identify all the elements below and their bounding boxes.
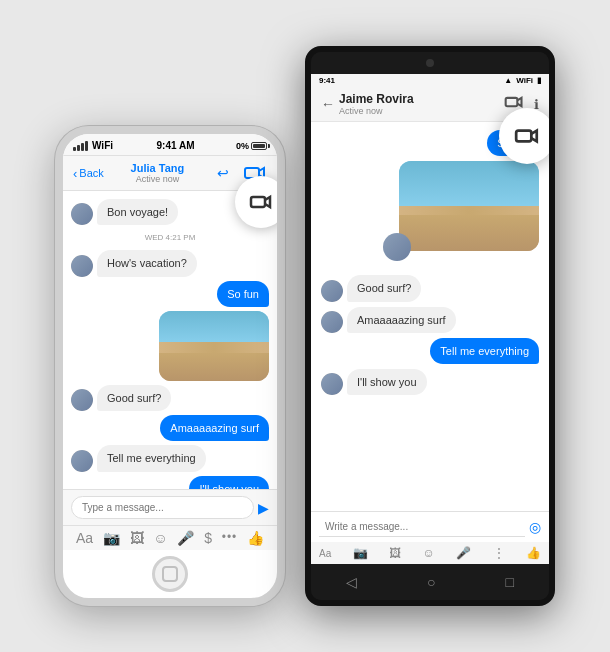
message-row: Good surf? <box>71 385 269 411</box>
android-status-icons: ▲ WiFi ▮ <box>504 76 541 85</box>
android-messages-area: So fun Goo <box>311 122 549 511</box>
image-bubble <box>159 311 269 381</box>
image-bubble-android <box>399 161 539 251</box>
avatar <box>71 389 93 411</box>
camera-icon-android[interactable]: 📷 <box>353 546 368 560</box>
mic-icon[interactable]: 🎤 <box>177 530 194 546</box>
like-icon-android[interactable]: 👍 <box>526 546 541 560</box>
message-row: Amaaaaazing surf <box>321 307 539 333</box>
active-status: Active now <box>131 174 185 184</box>
iphone-status-bar: WiFi 9:41 AM 0% <box>63 134 277 156</box>
avatar <box>321 373 343 395</box>
message-bubble: I'll show you <box>347 369 427 395</box>
battery-pct: 0% <box>236 141 249 151</box>
android-contact-name[interactable]: Jaime Rovira <box>339 92 414 106</box>
signal-bar-3 <box>81 143 84 151</box>
input-row: ▶ <box>71 496 269 519</box>
android-video-icon-floating[interactable] <box>499 108 549 164</box>
message-bubble: So fun <box>217 281 269 307</box>
home-nav-button[interactable]: ○ <box>427 574 435 590</box>
send-icon[interactable]: ▶ <box>258 500 269 516</box>
back-chevron-icon: ‹ <box>73 166 77 181</box>
back-arrow-icon[interactable]: ← <box>321 96 335 112</box>
iphone-messages-area: Bon voyage! WED 4:21 PM How's vacation? … <box>63 191 277 489</box>
message-row: Good surf? <box>321 275 539 301</box>
message-row: Tell me everything <box>71 445 269 471</box>
android-image-container <box>399 161 539 251</box>
android-device: 9:41 ▲ WiFi ▮ ← Jaime Rovira Active now <box>305 46 555 606</box>
android-status-bar: 9:41 ▲ WiFi ▮ <box>311 74 549 87</box>
like-icon[interactable]: 👍 <box>247 530 264 546</box>
battery-fill <box>253 144 265 148</box>
back-button[interactable]: Back <box>79 167 103 179</box>
android-toolbar: Aa 📷 🖼 ☺ 🎤 ⋮ 👍 <box>311 542 549 564</box>
image-message-row <box>321 161 539 251</box>
dollar-icon[interactable]: $ <box>204 530 212 546</box>
contact-name[interactable]: Julia Tang <box>131 162 185 174</box>
message-row: I'll show you <box>321 369 539 395</box>
image-icon-android[interactable]: 🖼 <box>389 546 401 560</box>
android-bottom-nav: ◁ ○ □ <box>311 564 549 600</box>
android-contact-info: Jaime Rovira Active now <box>339 92 414 116</box>
message-bubble: Tell me everything <box>97 445 206 471</box>
signal-bar-4 <box>85 141 88 151</box>
iphone-status-right: 0% <box>236 141 267 151</box>
message-row: So fun <box>71 281 269 307</box>
more-icon-android[interactable]: ⋮ <box>493 546 505 560</box>
message-bubble: Amaaaaazing surf <box>160 415 269 441</box>
message-bubble: How's vacation? <box>97 250 197 276</box>
signal-bars <box>73 141 88 151</box>
iphone-toolbar: Aa 📷 🖼 ☺ 🎤 $ ••• 👍 <box>63 525 277 550</box>
iphone-device: WiFi 9:41 AM 0% ‹ Back Julia Tang Active… <box>55 126 285 606</box>
aa-button-android[interactable]: Aa <box>319 548 331 559</box>
back-nav-button[interactable]: ◁ <box>346 574 357 590</box>
message-bubble: Tell me everything <box>430 338 539 364</box>
recents-nav-button[interactable]: □ <box>506 574 514 590</box>
iphone-time: 9:41 AM <box>157 140 195 151</box>
message-input[interactable] <box>71 496 254 519</box>
home-button[interactable] <box>152 556 188 592</box>
android-input-row: ◎ <box>311 511 549 542</box>
message-row: How's vacation? <box>71 250 269 276</box>
mic-icon-android[interactable]: 🎤 <box>456 546 471 560</box>
android-camera-bar <box>311 52 549 74</box>
camera-dot <box>426 59 434 67</box>
avatar <box>71 203 93 225</box>
message-bubble: I'll show you <box>189 476 269 489</box>
avatar <box>321 311 343 333</box>
svg-rect-3 <box>516 131 531 142</box>
sky <box>399 161 539 206</box>
iphone-nav-center: Julia Tang Active now <box>131 162 185 184</box>
message-row: I'll show you <box>71 476 269 489</box>
more-icon[interactable]: ••• <box>222 530 238 546</box>
image-icon[interactable]: 🖼 <box>130 530 144 546</box>
android-send-icon[interactable]: ◎ <box>529 519 541 535</box>
camera-icon[interactable]: 📷 <box>103 530 120 546</box>
emoji-icon[interactable]: ☺ <box>153 530 167 546</box>
home-button-inner <box>162 566 178 582</box>
spacer <box>321 256 539 270</box>
iphone-nav-left[interactable]: ‹ Back <box>73 166 104 181</box>
message-bubble: Bon voyage! <box>97 199 178 225</box>
date-divider: WED 4:21 PM <box>71 233 269 242</box>
android-active-status: Active now <box>339 106 414 116</box>
horizon <box>159 342 269 353</box>
message-bubble: Amaaaaazing surf <box>347 307 456 333</box>
phone-icon[interactable]: ↩ <box>211 161 235 185</box>
video-icon-floating[interactable] <box>235 176 285 228</box>
sand <box>399 215 539 251</box>
avatar <box>321 280 343 302</box>
avatar <box>71 255 93 277</box>
android-message-input[interactable] <box>319 517 525 537</box>
avatar <box>71 450 93 472</box>
sky <box>159 311 269 343</box>
signal-bar-1 <box>73 147 76 151</box>
signal-icon: ▲ <box>504 76 512 85</box>
sand <box>159 353 269 381</box>
scene: WiFi 9:41 AM 0% ‹ Back Julia Tang Active… <box>35 26 575 626</box>
aa-button[interactable]: Aa <box>76 530 93 546</box>
emoji-icon-android[interactable]: ☺ <box>422 546 434 560</box>
wifi-icon: WiFi <box>516 76 533 85</box>
message-bubble: Good surf? <box>97 385 171 411</box>
battery-icon <box>251 142 267 150</box>
